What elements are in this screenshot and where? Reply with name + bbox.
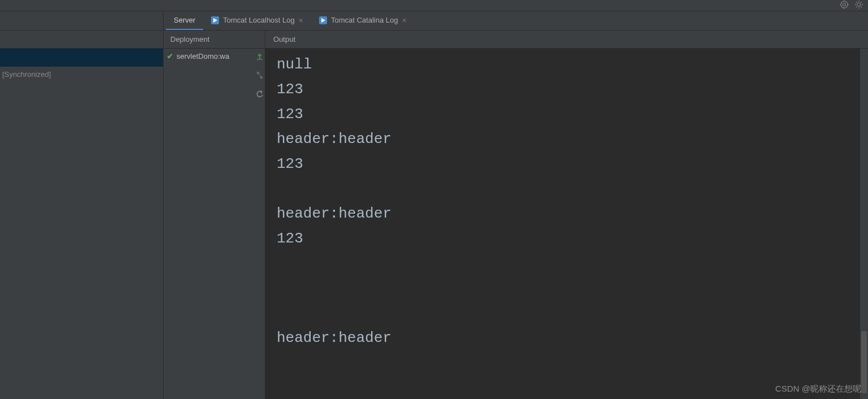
console-output[interactable]: null 123 123 header:header 123 header:he… [265, 49, 868, 354]
deployment-column: ✔ servletDomo:wa [164, 49, 265, 399]
svg-marker-15 [213, 18, 217, 23]
run-icon [319, 16, 327, 24]
main-area: [Synchronized] Server Tomcat Localhost L… [0, 11, 868, 399]
deploy-refresh-icon[interactable] [256, 90, 264, 101]
tab-catalina-log[interactable]: Tomcat Catalina Log × [311, 11, 415, 30]
svg-line-12 [861, 6, 862, 7]
tab-label: Tomcat Catalina Log [331, 16, 398, 24]
tab-localhost-log[interactable]: Tomcat Localhost Log × [203, 11, 311, 30]
svg-line-14 [861, 2, 862, 3]
run-icon [211, 16, 219, 24]
target-icon[interactable] [840, 0, 849, 11]
top-icon-bar [0, 0, 868, 11]
sync-status: [Synchronized] [0, 67, 163, 82]
close-icon[interactable]: × [299, 16, 303, 24]
svg-line-11 [856, 2, 857, 3]
server-panel: Server Tomcat Localhost Log × Tomcat Cat… [163, 11, 868, 399]
left-panel: [Synchronized] [0, 11, 163, 399]
output-header: Output [265, 31, 868, 48]
content-row: ✔ servletDomo:wa null 123 123 heade [164, 49, 868, 399]
tab-label: Server [174, 16, 195, 24]
svg-marker-16 [321, 18, 325, 23]
deployment-item-label: servletDomo:wa [177, 52, 229, 60]
deploy-upload-icon[interactable] [256, 52, 264, 62]
svg-point-1 [843, 3, 846, 6]
left-selected-row[interactable] [0, 49, 163, 67]
output-column: null 123 123 header:header 123 header:he… [265, 49, 868, 399]
left-subheader [0, 31, 163, 49]
svg-line-13 [856, 6, 857, 7]
left-tab-spacer [0, 11, 163, 31]
close-icon[interactable]: × [402, 16, 406, 24]
tabs-row: Server Tomcat Localhost Log × Tomcat Cat… [164, 11, 868, 31]
scroll-thumb[interactable] [861, 331, 867, 393]
tab-label: Tomcat Localhost Log [223, 16, 294, 24]
svg-point-0 [841, 1, 848, 8]
deploy-sync-icon[interactable] [256, 71, 264, 81]
scrollbar[interactable] [860, 49, 868, 399]
tab-server[interactable]: Server [166, 11, 203, 30]
subheader-row: Deployment Output [164, 31, 868, 49]
deployment-item[interactable]: ✔ servletDomo:wa [164, 49, 265, 64]
deploy-toolbar [256, 52, 264, 101]
svg-point-6 [857, 3, 861, 6]
deployment-header: Deployment [164, 31, 265, 48]
gear-icon[interactable] [854, 0, 863, 11]
check-icon: ✔ [167, 52, 173, 60]
